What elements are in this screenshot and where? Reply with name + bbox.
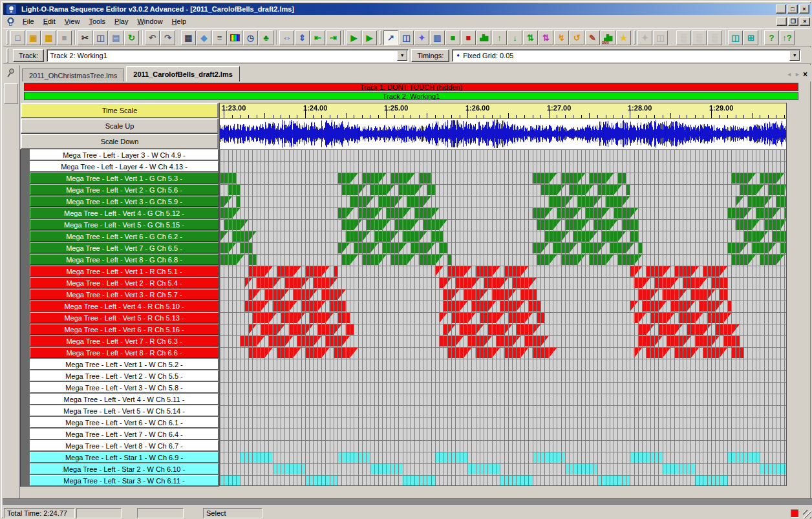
off-tool-button[interactable]: ■ [461,30,476,45]
paste-button[interactable]: ▤ [109,30,123,45]
hidden-track-banner[interactable]: Track 1: DONT TOUCH (hidden) [24,83,798,91]
channel-button[interactable]: Mega Tree - Left - Vert 5 - G Ch 5.15 - [30,219,219,230]
channel-button[interactable]: Mega Tree - Left - Vert 2 - W Ch 5.5 - [30,370,219,381]
timeline-ruler[interactable]: 1:23.001:24.001:25.001:26.001:27.001:28.… [219,103,787,119]
channel-button[interactable]: Mega Tree - Left - Vert 8 - W Ch 6.7 - [30,440,219,451]
ramp-help-button[interactable]: ↑? [780,30,795,45]
paste-section-button[interactable]: ⊞ [743,30,758,45]
open-sequence-button[interactable]: ▣ [26,30,41,45]
copy-section-button[interactable]: ◫ [728,30,743,45]
track-dropdown-icon[interactable]: ▼ [397,50,407,61]
play-from-selection-button[interactable]: ▶ [362,30,377,45]
channel-button[interactable]: Mega Tree - Left - Vert 8 - R Ch 6.6 - [30,347,219,358]
channel-button[interactable]: Mega Tree - Left - Vert 7 - R Ch 6.3 - [30,335,219,346]
channel-button[interactable]: Mega Tree - Left - Star 2 - W Ch 6.10 - [30,463,219,474]
on-tool-button[interactable]: ■ [445,30,460,45]
stop-button[interactable]: ■ [57,30,72,45]
fade-swap-tool-button[interactable]: ⇅ [539,30,553,45]
minimize-button[interactable]: _ [776,5,786,14]
channel-config-button[interactable]: ▦ [181,30,196,45]
cut-button[interactable]: ✂ [78,30,92,45]
animation-preview-button[interactable]: ♣ [259,30,273,45]
channel-button[interactable]: Mega Tree - Left - Layer 3 - W Ch 4.9 - [30,149,219,160]
scale-up-button[interactable]: Scale Up [21,118,219,134]
close-button[interactable]: × [799,5,809,14]
channel-button[interactable]: Mega Tree - Left - Vert 1 - W Ch 5.2 - [30,359,219,370]
twinkle-tool-button[interactable]: ✦ [414,30,429,45]
tab-scroll-left-icon[interactable]: ◄ [786,71,792,78]
menu-file[interactable]: File [18,16,39,27]
scale-down-button[interactable]: Scale Down [21,134,219,149]
shimmer-tool-button[interactable]: ▥ [430,30,445,45]
audio-waveform-canvas[interactable] [220,119,786,149]
ramp-up-tool-button[interactable]: ↑ [492,30,507,45]
redo-button[interactable]: ↷ [160,30,175,45]
maximize-button[interactable]: □ [787,5,798,14]
track-select[interactable]: Track 2: Working1 ▼ [47,49,409,62]
mdi-minimize-button[interactable]: _ [776,17,787,26]
tab-ohchristmastree[interactable]: 2011_OhChristmasTree.lms [22,69,124,81]
grid-vertical-scrollbar[interactable]: ▲ ▼ [787,103,798,486]
channel-button[interactable]: Mega Tree - Left - Vert 5 - R Ch 5.13 - [30,312,219,323]
menu-tools[interactable]: Tools [84,16,110,27]
edit-events-button[interactable]: ✎ [585,30,600,45]
tab-carolofbells[interactable]: 2011_CarolofBells_draft2.lms [126,66,239,81]
ramp-down-tool-button[interactable]: ↓ [508,30,522,45]
channel-button[interactable]: Mega Tree - Left - Star 3 - W Ch 6.11 - [30,475,219,486]
skip-back-button[interactable]: ⇤ [310,30,325,45]
channel-button[interactable]: Mega Tree - Left - Vert 3 - R Ch 5.7 - [30,289,219,300]
sequence-grid-canvas[interactable] [220,149,786,485]
timings-button[interactable]: Timings: [411,49,449,62]
mdi-restore-button[interactable]: ❐ [788,17,798,26]
time-scale-button[interactable]: Time Scale [21,103,219,118]
menu-play[interactable]: Play [110,16,133,27]
resize-grip[interactable] [803,510,811,518]
skip-forward-button[interactable]: ⇥ [326,30,341,45]
pushpin-icon[interactable] [6,68,16,78]
channel-button[interactable]: Mega Tree - Left - Vert 6 - W Ch 6.1 - [30,417,219,428]
channel-button[interactable]: Mega Tree - Left - Vert 1 - G Ch 5.3 - [30,173,219,184]
menu-edit[interactable]: Edit [39,16,60,27]
audio-waveform[interactable] [219,119,787,149]
compress-time-button[interactable]: ⇔ [279,30,294,45]
intensity-tool-button[interactable] [476,30,491,45]
new-sequence-button[interactable]: □ [10,30,25,45]
channel-button[interactable]: Mega Tree - Left - Vert 6 - G Ch 6.2 - [30,231,219,242]
fade-help-button[interactable]: ? [764,30,779,45]
menu-window[interactable]: Window [133,16,167,27]
wipe-tool-button[interactable]: ◆ [197,30,211,45]
select-tool-button[interactable]: ↗ [383,30,398,45]
favorites-button[interactable]: ★ [616,30,631,45]
chase-tool-button[interactable]: ↯ [554,30,569,45]
copy-button[interactable]: ◫ [93,30,108,45]
channel-button[interactable]: Mega Tree - Left - Vert 4 - W Ch 5.11 - [30,394,219,405]
channel-button[interactable]: Mega Tree - Left - Layer 4 - W Ch 4.13 - [30,161,219,172]
pane-vertical-scrollbar[interactable]: ▲ ▼ [800,79,811,498]
channel-button[interactable]: Mega Tree - Left - Vert 5 - W Ch 5.14 - [30,405,219,416]
working-track-banner[interactable]: Track 2: Working1 [24,92,798,100]
tab-scroll-right-icon[interactable]: ► [795,71,800,78]
channel-button[interactable]: Mega Tree - Left - Vert 2 - G Ch 5.6 - [30,184,219,195]
expand-time-button[interactable]: ⇕ [295,30,310,45]
color-settings-button[interactable] [228,30,242,45]
tab-close-icon[interactable]: × [803,70,807,79]
channel-button[interactable]: Mega Tree - Left - Vert 3 - W Ch 5.8 - [30,382,219,393]
channel-button[interactable]: Mega Tree - Left - Star 1 - W Ch 6.9 - [30,452,219,463]
dmx-intensity-button[interactable]: DMX [601,30,615,45]
timings-select[interactable]: ● Fixed Grid: 0.05 ▼ [452,49,801,62]
loop-tool-button[interactable]: ↺ [570,30,584,45]
channel-button[interactable]: Mega Tree - Left - Vert 7 - W Ch 6.4 - [30,429,219,440]
channel-button[interactable]: Mega Tree - Left - Vert 6 - R Ch 5.16 - [30,324,219,335]
fill-tool-button[interactable]: ◫ [399,30,414,45]
mdi-close-button[interactable]: × [800,17,810,26]
channel-button[interactable]: Mega Tree - Left - Vert 8 - G Ch 6.8 - [30,254,219,265]
fade-split-tool-button[interactable]: ⇅ [523,30,538,45]
menu-help[interactable]: Help [167,16,191,27]
sequence-grid[interactable] [219,149,787,486]
horizontal-scrollbar[interactable]: ◄ ► [21,487,798,498]
timings-dropdown-icon[interactable]: ▼ [789,50,800,61]
channel-button[interactable]: Mega Tree - Left - Vert 7 - G Ch 6.5 - [30,242,219,253]
revert-button[interactable]: ↻ [124,30,139,45]
channel-button[interactable]: Mega Tree - Left - Vert 1 - R Ch 5.1 - [30,266,219,277]
channel-button[interactable]: Mega Tree - Left - Vert 2 - R Ch 5.4 - [30,277,219,288]
